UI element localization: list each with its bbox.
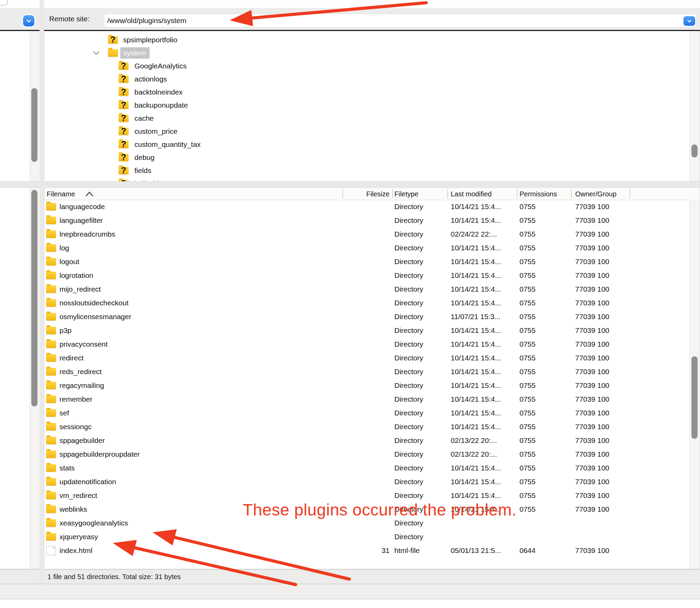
file-row-log[interactable]: logDirectory10/14/21 15:4...075577039 10… (44, 241, 700, 255)
remote-site-input[interactable]: /www/old/plugins/system (104, 14, 697, 28)
tree-item-backuponupdate[interactable]: backuponupdate (44, 99, 689, 112)
folder-icon (46, 285, 56, 293)
file-row-sessiongc[interactable]: sessiongcDirectory10/14/21 15:4...075577… (44, 420, 700, 434)
filetype-cell: Directory (394, 491, 423, 500)
local-tree-pane (0, 31, 40, 182)
remote-site-label: Remote site: (49, 8, 90, 30)
column-separator[interactable] (447, 189, 448, 198)
folder-icon (46, 327, 56, 334)
file-row-redirect[interactable]: redirectDirectory10/14/21 15:4...0755770… (44, 351, 700, 365)
expander-chevron-icon[interactable] (92, 50, 100, 56)
file-row-languagecode[interactable]: languagecodeDirectory10/14/21 15:4...075… (44, 200, 700, 214)
local-list-scrollbar-track[interactable] (30, 188, 40, 569)
filetype-cell: Directory (394, 230, 423, 238)
tree-item-label: custom_price (134, 127, 177, 135)
permissions-cell: 0755 (519, 395, 536, 403)
permissions-cell: 0755 (519, 340, 536, 348)
last-modified-cell: 02/24/22 22:... (451, 230, 497, 238)
remote-tree-scrollbar-thumb[interactable] (691, 144, 698, 158)
file-row-stats[interactable]: statsDirectory10/14/21 15:4...075577039 … (44, 461, 700, 475)
column-header-last-modified[interactable]: Last modified (451, 190, 492, 198)
remote-tree-scrollbar-track[interactable] (689, 31, 700, 181)
tree-item-fields[interactable]: fields (44, 164, 689, 177)
tree-item-cache[interactable]: cache (44, 112, 689, 125)
file-row-reds_redirect[interactable]: reds_redirectDirectory10/14/21 15:4...07… (44, 365, 700, 379)
tree-item-debug[interactable]: debug (44, 151, 689, 164)
tree-item-GoogleAnalytics[interactable]: GoogleAnalytics (44, 59, 689, 73)
filetype-cell: Directory (394, 533, 423, 541)
owner-group-cell: 77039 100 (575, 436, 609, 445)
column-header-permissions[interactable]: Permissions (519, 190, 557, 198)
filename-cell: sppagebuilder (59, 436, 105, 445)
owner-group-cell: 77039 100 (575, 271, 609, 280)
file-row-sppagebuilderproupdater[interactable]: sppagebuilderproupdaterDirectory02/13/22… (44, 447, 700, 461)
remote-site-dropdown-button[interactable] (683, 16, 695, 26)
filename-cell: p3p (59, 326, 72, 335)
file-row-remember[interactable]: rememberDirectory10/14/21 15:4...0755770… (44, 392, 700, 406)
column-header-owner-group[interactable]: Owner/Group (575, 190, 616, 198)
file-row-regacymailing[interactable]: regacymailingDirectory10/14/21 15:4...07… (44, 379, 700, 392)
filename-cell: osmylicensesmanager (59, 313, 131, 321)
folder-icon (46, 409, 56, 417)
file-row-index.html[interactable]: index.html31html-file05/01/13 21:5...064… (44, 544, 700, 557)
filename-cell: xeasygoogleanalytics (59, 519, 128, 527)
permissions-cell: 0755 (519, 354, 536, 362)
filetype-cell: Directory (394, 244, 423, 252)
sort-ascending-icon (85, 191, 94, 197)
file-row-sef[interactable]: sefDirectory10/14/21 15:4...075577039 10… (44, 406, 700, 420)
column-separator[interactable] (630, 189, 630, 198)
filename-cell: privacyconsent (59, 340, 108, 348)
tree-item-helixultimate[interactable]: helixultimate (44, 177, 689, 182)
column-separator[interactable] (342, 189, 343, 198)
file-row-updatenotification[interactable]: updatenotificationDirectory10/14/21 15:4… (44, 475, 700, 489)
folder-icon (46, 217, 56, 224)
file-row-logout[interactable]: logoutDirectory10/14/21 15:4...075577039… (44, 255, 700, 269)
tree-item-backtolneindex[interactable]: backtolneindex (44, 86, 689, 99)
last-modified-cell: 02/13/22 20:... (451, 436, 497, 445)
last-modified-cell: 10/14/21 15:4... (451, 409, 501, 417)
tree-item-actionlogs[interactable]: actionlogs (44, 73, 689, 86)
window-bottom-strip (0, 599, 700, 608)
column-header-filesize[interactable]: Filesize (341, 190, 390, 198)
local-tree-scrollbar-track[interactable] (30, 31, 40, 181)
last-modified-cell: 02/13/22 20:... (451, 450, 497, 458)
owner-group-cell: 77039 100 (575, 395, 609, 403)
folder-icon (46, 423, 56, 431)
file-row-lnepbreadcrumbs[interactable]: lnepbreadcrumbsDirectory02/24/22 22:...0… (44, 227, 700, 241)
local-site-dropdown-button[interactable] (23, 15, 34, 26)
tree-item-spsimpleportfolio[interactable]: spsimpleportfolio (44, 33, 689, 46)
tree-item-custom_quantity_tax[interactable]: custom_quantity_tax (44, 138, 689, 151)
file-row-nossloutsidecheckout[interactable]: nossloutsidecheckoutDirectory10/14/21 15… (44, 296, 700, 310)
last-modified-cell: 10/14/21 15:4... (451, 244, 501, 252)
tree-item-label: system (120, 47, 150, 59)
column-header-filename[interactable]: Filename (47, 190, 75, 198)
file-row-mijo_redirect[interactable]: mijo_redirectDirectory10/14/21 15:4...07… (44, 282, 700, 296)
column-separator[interactable] (571, 189, 572, 198)
pane-divider-vertical[interactable] (40, 0, 44, 584)
file-row-logrotation[interactable]: logrotationDirectory10/14/21 15:4...0755… (44, 269, 700, 282)
file-row-osmylicensesmanager[interactable]: osmylicensesmanagerDirectory11/07/21 15:… (44, 310, 700, 324)
tree-item-custom_price[interactable]: custom_price (44, 125, 689, 138)
folder-icon (46, 272, 56, 279)
column-separator[interactable] (517, 189, 517, 198)
filename-cell: xjqueryeasy (59, 533, 98, 541)
filetype-cell: Directory (394, 368, 423, 376)
folder-icon (46, 492, 56, 499)
file-row-xjqueryeasy[interactable]: xjqueryeasyDirectory (44, 530, 700, 544)
column-separator[interactable] (392, 189, 393, 198)
tree-item-system[interactable]: system (44, 46, 689, 59)
owner-group-cell: 77039 100 (575, 299, 609, 307)
remote-list-scrollbar-thumb[interactable] (691, 356, 698, 439)
file-row-languagefilter[interactable]: languagefilterDirectory10/14/21 15:4...0… (44, 214, 700, 227)
remote-list-scrollbar-track[interactable] (689, 200, 700, 569)
tree-item-label: fields (134, 166, 151, 175)
local-list-scrollbar-thumb[interactable] (31, 190, 37, 406)
file-row-p3p[interactable]: p3pDirectory10/14/21 15:4...075577039 10… (44, 324, 700, 337)
folder-question-icon (119, 101, 129, 109)
owner-group-cell: 77039 100 (575, 285, 609, 293)
column-header-filetype[interactable]: Filetype (394, 190, 418, 198)
file-row-privacyconsent[interactable]: privacyconsentDirectory10/14/21 15:4...0… (44, 337, 700, 351)
file-list-header: FilenameFilesizeFiletypeLast modifiedPer… (44, 188, 700, 200)
local-tree-scrollbar-thumb[interactable] (31, 88, 37, 162)
file-row-sppagebuilder[interactable]: sppagebuilderDirectory02/13/22 20:...075… (44, 434, 700, 447)
